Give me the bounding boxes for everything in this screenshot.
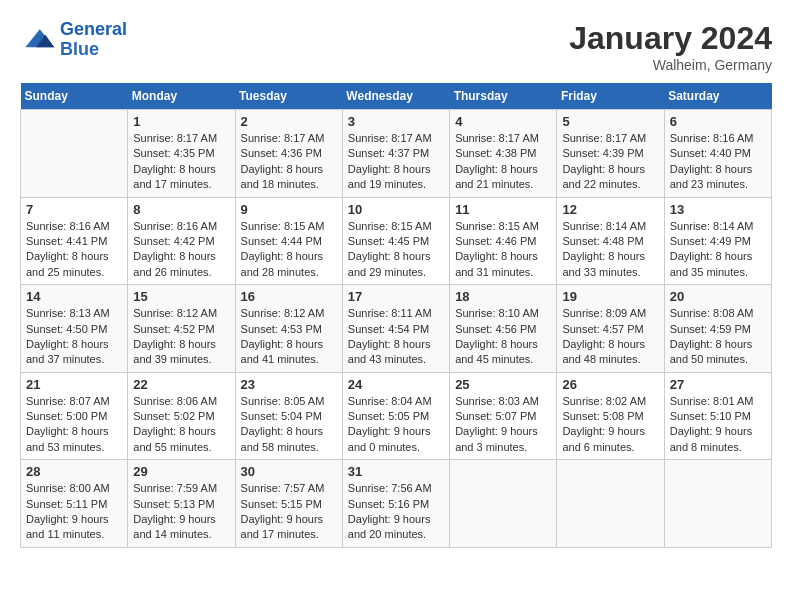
week-row-1: 1Sunrise: 8:17 AM Sunset: 4:35 PM Daylig… [21, 110, 772, 198]
day-number: 28 [26, 464, 122, 479]
calendar-cell: 16Sunrise: 8:12 AM Sunset: 4:53 PM Dayli… [235, 285, 342, 373]
day-info: Sunrise: 8:03 AM Sunset: 5:07 PM Dayligh… [455, 394, 551, 456]
calendar-cell: 4Sunrise: 8:17 AM Sunset: 4:38 PM Daylig… [450, 110, 557, 198]
day-info: Sunrise: 8:15 AM Sunset: 4:45 PM Dayligh… [348, 219, 444, 281]
weekday-header-sunday: Sunday [21, 83, 128, 110]
logo-general: General [60, 19, 127, 39]
location: Walheim, Germany [569, 57, 772, 73]
day-info: Sunrise: 8:06 AM Sunset: 5:02 PM Dayligh… [133, 394, 229, 456]
calendar-cell: 19Sunrise: 8:09 AM Sunset: 4:57 PM Dayli… [557, 285, 664, 373]
calendar-cell [21, 110, 128, 198]
calendar-cell: 12Sunrise: 8:14 AM Sunset: 4:48 PM Dayli… [557, 197, 664, 285]
calendar-cell: 28Sunrise: 8:00 AM Sunset: 5:11 PM Dayli… [21, 460, 128, 548]
day-number: 19 [562, 289, 658, 304]
calendar-cell: 5Sunrise: 8:17 AM Sunset: 4:39 PM Daylig… [557, 110, 664, 198]
logo-text: General Blue [60, 20, 127, 60]
calendar-cell [664, 460, 771, 548]
day-number: 10 [348, 202, 444, 217]
title-block: January 2024 Walheim, Germany [569, 20, 772, 73]
logo-icon [20, 22, 56, 58]
day-info: Sunrise: 8:16 AM Sunset: 4:42 PM Dayligh… [133, 219, 229, 281]
day-info: Sunrise: 8:09 AM Sunset: 4:57 PM Dayligh… [562, 306, 658, 368]
day-number: 1 [133, 114, 229, 129]
calendar-cell: 22Sunrise: 8:06 AM Sunset: 5:02 PM Dayli… [128, 372, 235, 460]
day-info: Sunrise: 8:02 AM Sunset: 5:08 PM Dayligh… [562, 394, 658, 456]
day-info: Sunrise: 8:05 AM Sunset: 5:04 PM Dayligh… [241, 394, 337, 456]
day-number: 25 [455, 377, 551, 392]
weekday-header-tuesday: Tuesday [235, 83, 342, 110]
calendar-cell: 25Sunrise: 8:03 AM Sunset: 5:07 PM Dayli… [450, 372, 557, 460]
day-number: 6 [670, 114, 766, 129]
calendar-cell: 1Sunrise: 8:17 AM Sunset: 4:35 PM Daylig… [128, 110, 235, 198]
calendar-cell: 13Sunrise: 8:14 AM Sunset: 4:49 PM Dayli… [664, 197, 771, 285]
page-header: General Blue January 2024 Walheim, Germa… [20, 20, 772, 73]
day-number: 2 [241, 114, 337, 129]
day-info: Sunrise: 8:17 AM Sunset: 4:39 PM Dayligh… [562, 131, 658, 193]
calendar-cell: 10Sunrise: 8:15 AM Sunset: 4:45 PM Dayli… [342, 197, 449, 285]
day-info: Sunrise: 8:14 AM Sunset: 4:49 PM Dayligh… [670, 219, 766, 281]
logo: General Blue [20, 20, 127, 60]
day-info: Sunrise: 8:08 AM Sunset: 4:59 PM Dayligh… [670, 306, 766, 368]
day-number: 4 [455, 114, 551, 129]
weekday-header-saturday: Saturday [664, 83, 771, 110]
day-info: Sunrise: 8:15 AM Sunset: 4:46 PM Dayligh… [455, 219, 551, 281]
week-row-5: 28Sunrise: 8:00 AM Sunset: 5:11 PM Dayli… [21, 460, 772, 548]
day-info: Sunrise: 8:16 AM Sunset: 4:40 PM Dayligh… [670, 131, 766, 193]
day-number: 22 [133, 377, 229, 392]
weekday-header-thursday: Thursday [450, 83, 557, 110]
day-info: Sunrise: 8:15 AM Sunset: 4:44 PM Dayligh… [241, 219, 337, 281]
calendar-cell: 30Sunrise: 7:57 AM Sunset: 5:15 PM Dayli… [235, 460, 342, 548]
day-number: 20 [670, 289, 766, 304]
day-number: 14 [26, 289, 122, 304]
day-number: 18 [455, 289, 551, 304]
day-info: Sunrise: 7:59 AM Sunset: 5:13 PM Dayligh… [133, 481, 229, 543]
day-info: Sunrise: 8:17 AM Sunset: 4:37 PM Dayligh… [348, 131, 444, 193]
day-info: Sunrise: 8:12 AM Sunset: 4:52 PM Dayligh… [133, 306, 229, 368]
day-number: 29 [133, 464, 229, 479]
day-number: 30 [241, 464, 337, 479]
weekday-header-monday: Monday [128, 83, 235, 110]
day-info: Sunrise: 8:00 AM Sunset: 5:11 PM Dayligh… [26, 481, 122, 543]
day-number: 8 [133, 202, 229, 217]
calendar-cell: 31Sunrise: 7:56 AM Sunset: 5:16 PM Dayli… [342, 460, 449, 548]
day-info: Sunrise: 8:04 AM Sunset: 5:05 PM Dayligh… [348, 394, 444, 456]
calendar-cell: 24Sunrise: 8:04 AM Sunset: 5:05 PM Dayli… [342, 372, 449, 460]
calendar-cell: 9Sunrise: 8:15 AM Sunset: 4:44 PM Daylig… [235, 197, 342, 285]
day-info: Sunrise: 8:14 AM Sunset: 4:48 PM Dayligh… [562, 219, 658, 281]
month-year: January 2024 [569, 20, 772, 57]
calendar-cell: 23Sunrise: 8:05 AM Sunset: 5:04 PM Dayli… [235, 372, 342, 460]
day-info: Sunrise: 8:01 AM Sunset: 5:10 PM Dayligh… [670, 394, 766, 456]
day-number: 17 [348, 289, 444, 304]
day-number: 12 [562, 202, 658, 217]
week-row-2: 7Sunrise: 8:16 AM Sunset: 4:41 PM Daylig… [21, 197, 772, 285]
day-info: Sunrise: 8:16 AM Sunset: 4:41 PM Dayligh… [26, 219, 122, 281]
day-number: 31 [348, 464, 444, 479]
day-info: Sunrise: 8:17 AM Sunset: 4:38 PM Dayligh… [455, 131, 551, 193]
day-number: 23 [241, 377, 337, 392]
calendar-cell: 11Sunrise: 8:15 AM Sunset: 4:46 PM Dayli… [450, 197, 557, 285]
calendar-cell: 20Sunrise: 8:08 AM Sunset: 4:59 PM Dayli… [664, 285, 771, 373]
day-info: Sunrise: 8:07 AM Sunset: 5:00 PM Dayligh… [26, 394, 122, 456]
day-number: 5 [562, 114, 658, 129]
week-row-3: 14Sunrise: 8:13 AM Sunset: 4:50 PM Dayli… [21, 285, 772, 373]
calendar-cell: 8Sunrise: 8:16 AM Sunset: 4:42 PM Daylig… [128, 197, 235, 285]
calendar-cell: 2Sunrise: 8:17 AM Sunset: 4:36 PM Daylig… [235, 110, 342, 198]
day-number: 24 [348, 377, 444, 392]
day-number: 9 [241, 202, 337, 217]
day-info: Sunrise: 8:10 AM Sunset: 4:56 PM Dayligh… [455, 306, 551, 368]
weekday-header-wednesday: Wednesday [342, 83, 449, 110]
calendar-cell: 17Sunrise: 8:11 AM Sunset: 4:54 PM Dayli… [342, 285, 449, 373]
logo-blue: Blue [60, 39, 99, 59]
calendar-cell: 18Sunrise: 8:10 AM Sunset: 4:56 PM Dayli… [450, 285, 557, 373]
calendar-cell: 14Sunrise: 8:13 AM Sunset: 4:50 PM Dayli… [21, 285, 128, 373]
weekday-header-friday: Friday [557, 83, 664, 110]
day-number: 27 [670, 377, 766, 392]
day-info: Sunrise: 7:57 AM Sunset: 5:15 PM Dayligh… [241, 481, 337, 543]
calendar-cell: 6Sunrise: 8:16 AM Sunset: 4:40 PM Daylig… [664, 110, 771, 198]
day-number: 3 [348, 114, 444, 129]
calendar-table: SundayMondayTuesdayWednesdayThursdayFrid… [20, 83, 772, 548]
calendar-cell: 29Sunrise: 7:59 AM Sunset: 5:13 PM Dayli… [128, 460, 235, 548]
day-number: 15 [133, 289, 229, 304]
day-info: Sunrise: 8:17 AM Sunset: 4:35 PM Dayligh… [133, 131, 229, 193]
week-row-4: 21Sunrise: 8:07 AM Sunset: 5:00 PM Dayli… [21, 372, 772, 460]
